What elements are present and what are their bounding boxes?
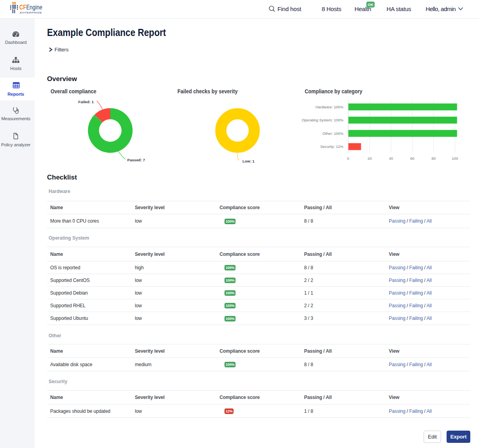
svg-text:60: 60: [410, 156, 415, 161]
svg-text:CFEngine: CFEngine: [19, 4, 42, 11]
svg-text:Other: 100%: Other: 100%: [322, 131, 344, 136]
svg-text:Operating System: 100%: Operating System: 100%: [302, 118, 343, 122]
svg-text:Security: 12%: Security: 12%: [320, 144, 343, 149]
svg-text:80: 80: [432, 156, 436, 161]
svg-text:ENTERPRISE: ENTERPRISE: [20, 11, 42, 14]
svg-text:20: 20: [368, 156, 372, 161]
svg-text:Low: 1: Low: 1: [243, 159, 255, 163]
svg-text:Passed: 7: Passed: 7: [127, 158, 145, 162]
svg-text:Hardware: 100%: Hardware: 100%: [315, 105, 343, 109]
svg-text:100: 100: [452, 156, 458, 161]
svg-text:0: 0: [347, 156, 349, 161]
svg-text:40: 40: [389, 156, 393, 161]
svg-text:Failed: 1: Failed: 1: [78, 100, 94, 104]
